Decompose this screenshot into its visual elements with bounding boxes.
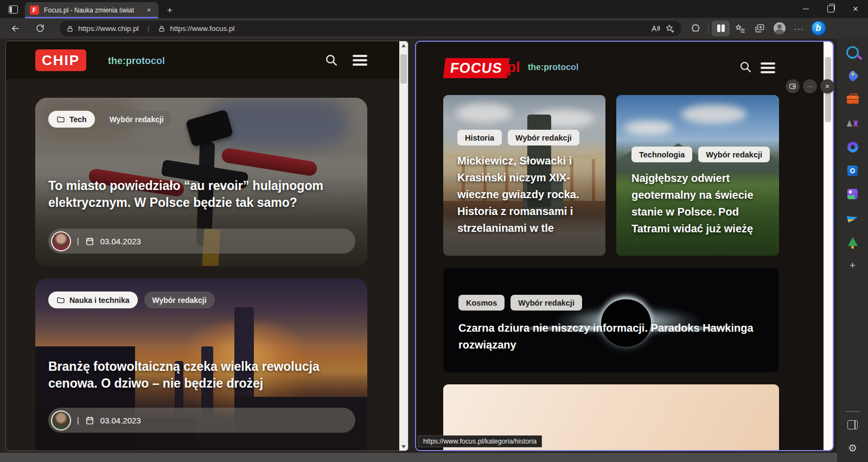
author-avatar[interactable] xyxy=(51,231,71,251)
url-left[interactable]: https://www.chip.pl xyxy=(78,24,139,33)
sidebar-item-outlook[interactable]: O xyxy=(845,163,860,179)
focus-article-card-1[interactable]: Historia Wybór redakcji Mickiewicz, Słow… xyxy=(443,95,605,256)
address-bar[interactable]: https://www.chip.pl | https://www.focus.… xyxy=(60,21,681,36)
search-icon xyxy=(324,53,338,67)
tab-title: Focus.pl - Nauka zmienia świat xyxy=(44,7,144,14)
author-avatar[interactable] xyxy=(51,410,71,431)
chip-menu-button[interactable] xyxy=(352,53,367,68)
sidebar-item-search[interactable] xyxy=(845,45,860,60)
focus-logo-suffix: .pl xyxy=(503,59,520,76)
window-bottom-strip xyxy=(0,453,837,462)
hamburger-icon xyxy=(353,59,367,61)
extensions-button[interactable] xyxy=(687,21,705,36)
favorites-icon xyxy=(735,23,745,34)
chip-logo[interactable]: CHIP xyxy=(35,49,86,71)
profile-button[interactable] xyxy=(770,21,788,36)
refresh-button[interactable] xyxy=(32,21,48,36)
article-title[interactable]: Branżę fotowoltaiczną czeka wielka rewol… xyxy=(48,358,336,393)
badge-row: Historia Wybór redakcji xyxy=(457,130,579,145)
split-pane-chip: CHIP the:protocol xyxy=(5,41,409,451)
add-favorite-button[interactable] xyxy=(665,24,675,34)
chip-article-card-2[interactable]: Nauka i technika Wybór redakcji Branżę f… xyxy=(35,279,367,451)
scrollbar-thumb[interactable] xyxy=(400,54,407,84)
search-icon xyxy=(846,46,859,59)
article-title[interactable]: To miasto powiedziało “au revoir” hulajn… xyxy=(48,178,336,212)
folder-icon xyxy=(56,296,65,305)
editors-choice-badge[interactable]: Wybór redakcji xyxy=(698,147,770,162)
microsoft-365-icon xyxy=(847,142,858,153)
theprotocol-logo[interactable]: the:protocol xyxy=(528,62,578,72)
article-title[interactable]: Najgłębszy odwiert geotermalny na świeci… xyxy=(631,170,770,237)
sidebar-panel-icon xyxy=(847,420,858,429)
collections-button[interactable] xyxy=(751,21,769,36)
refresh-icon xyxy=(35,23,45,33)
category-badge[interactable]: Tech xyxy=(48,111,95,128)
category-badge[interactable]: Kosmos xyxy=(458,295,505,311)
split-screen-button[interactable] xyxy=(712,21,730,36)
extensions-icon xyxy=(691,23,701,34)
open-in-new-tab-button[interactable] xyxy=(786,79,800,93)
restore-button[interactable] xyxy=(818,0,843,18)
edge-sidebar: ♟♜ O + ⚙ xyxy=(837,39,868,462)
focus-article-card-3[interactable]: Kosmos Wybór redakcji Czarna dziura nie … xyxy=(443,268,779,372)
sidebar-item-shopping[interactable] xyxy=(845,68,860,84)
article-title[interactable]: Czarna dziura nie niszczy informacji. Pa… xyxy=(458,320,762,353)
scroll-up-arrow[interactable] xyxy=(399,41,408,49)
tab-actions-button[interactable] xyxy=(5,3,21,16)
focus-search-button[interactable] xyxy=(738,59,753,74)
article-title[interactable]: Mickiewicz, Słowacki i Krasiński niczym … xyxy=(457,153,596,237)
editors-choice-badge[interactable]: Wybór redakcji xyxy=(144,292,215,308)
meta-divider: | xyxy=(77,237,79,245)
url-right[interactable]: https://www.focus.pl xyxy=(170,24,234,33)
sidebar-item-tree[interactable] xyxy=(845,233,860,249)
article-meta-bar: | 03.04.2023 xyxy=(48,408,355,433)
sidebar-settings-button[interactable]: ⚙ xyxy=(845,440,860,456)
sidebar-item-drop[interactable] xyxy=(845,210,860,226)
content-area: CHIP the:protocol xyxy=(0,39,868,462)
chip-search-button[interactable] xyxy=(323,52,339,67)
read-aloud-button[interactable] xyxy=(650,23,661,34)
favorites-button[interactable] xyxy=(731,21,749,36)
sidebar-item-designer[interactable] xyxy=(845,186,860,202)
editors-choice-badge[interactable]: Wybór redakcji xyxy=(510,295,582,311)
browser-tab[interactable]: F Focus.pl - Nauka zmienia świat ✕ xyxy=(25,2,158,18)
outlook-icon: O xyxy=(847,166,858,176)
scroll-down-arrow[interactable] xyxy=(399,442,408,451)
paper-plane-icon xyxy=(846,213,858,223)
chip-article-card-1[interactable]: Tech Wybór redakcji To miasto powiedział… xyxy=(35,98,367,266)
tab-close-icon[interactable]: ✕ xyxy=(144,5,154,15)
tab-actions-icon xyxy=(9,5,18,14)
category-badge[interactable]: Historia xyxy=(457,130,502,145)
pane-more-options-button[interactable]: ··· xyxy=(803,79,817,93)
toolbox-icon xyxy=(847,96,859,104)
back-button[interactable] xyxy=(7,21,23,36)
theprotocol-logo[interactable]: the:protocol xyxy=(108,55,165,67)
focus-menu-button[interactable] xyxy=(760,60,775,75)
folder-icon xyxy=(56,115,65,124)
bing-chat-button[interactable]: b xyxy=(809,21,827,36)
settings-menu-button[interactable]: ··· xyxy=(790,21,808,36)
back-arrow-icon xyxy=(10,23,21,34)
focus-logo[interactable]: FOCUS xyxy=(443,58,510,78)
tab-favicon: F xyxy=(30,5,39,15)
sidebar-item-tools[interactable] xyxy=(845,92,860,107)
chip-scrollbar[interactable] xyxy=(399,41,408,451)
editors-choice-badge[interactable]: Wybór redakcji xyxy=(508,130,579,145)
article-date: 03.04.2023 xyxy=(100,237,141,246)
gear-icon: ⚙ xyxy=(848,442,857,454)
sidebar-panel-button[interactable] xyxy=(845,417,860,433)
chip-site-header: CHIP the:protocol xyxy=(6,41,408,79)
sidebar-add-button[interactable]: + xyxy=(845,257,860,273)
new-tab-button[interactable]: + xyxy=(163,4,176,17)
sidebar-item-microsoft-365[interactable] xyxy=(845,139,860,155)
category-badge[interactable]: Nauka i technika xyxy=(48,292,138,308)
minimize-button[interactable] xyxy=(793,0,818,18)
editors-choice-badge[interactable]: Wybór redakcji xyxy=(101,111,172,128)
focus-scrollbar[interactable] xyxy=(824,42,833,450)
close-button[interactable]: ✕ xyxy=(843,0,868,18)
focus-article-card-2[interactable]: Technologia Wybór redakcji Najgłębszy od… xyxy=(616,95,779,256)
close-split-pane-button[interactable]: ✕ xyxy=(820,79,834,93)
collections-icon xyxy=(755,23,765,34)
category-badge[interactable]: Technologia xyxy=(631,147,692,162)
sidebar-item-games[interactable]: ♟♜ xyxy=(845,116,860,131)
